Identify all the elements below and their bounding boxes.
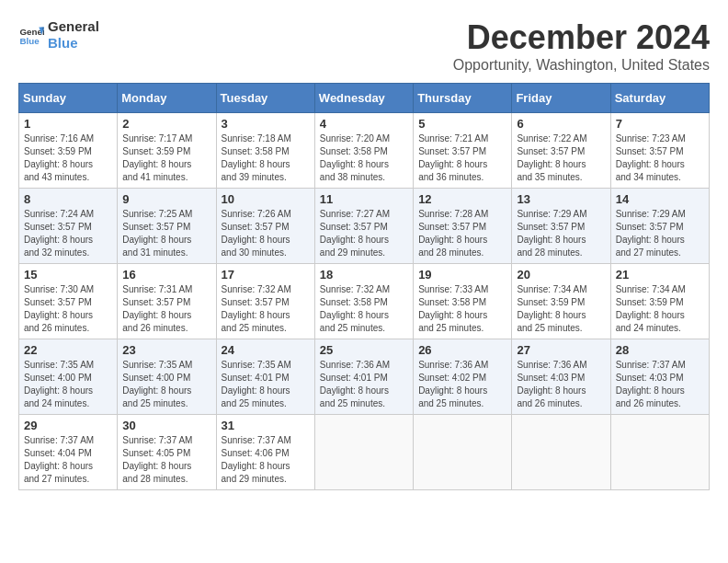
main-title: December 2024 <box>453 18 710 57</box>
day-number: 24 <box>222 343 310 357</box>
calendar-cell: 13Sunrise: 7:29 AM Sunset: 3:57 PM Dayli… <box>512 189 610 264</box>
day-info: Sunrise: 7:22 AM Sunset: 3:57 PM Dayligh… <box>517 132 605 184</box>
calendar-cell: 27Sunrise: 7:36 AM Sunset: 4:03 PM Dayli… <box>512 339 610 415</box>
day-info: Sunrise: 7:36 AM Sunset: 4:01 PM Dayligh… <box>320 359 408 410</box>
week-row-5: 29Sunrise: 7:37 AM Sunset: 4:04 PM Dayli… <box>19 415 710 490</box>
calendar-cell: 1Sunrise: 7:16 AM Sunset: 3:59 PM Daylig… <box>19 113 118 189</box>
calendar-cell: 16Sunrise: 7:31 AM Sunset: 3:57 PM Dayli… <box>118 264 216 339</box>
calendar-cell: 20Sunrise: 7:34 AM Sunset: 3:59 PM Dayli… <box>512 264 610 339</box>
calendar-cell: 12Sunrise: 7:28 AM Sunset: 3:57 PM Dayli… <box>414 189 512 264</box>
day-info: Sunrise: 7:37 AM Sunset: 4:03 PM Dayligh… <box>616 359 704 410</box>
day-info: Sunrise: 7:32 AM Sunset: 3:57 PM Dayligh… <box>222 283 310 335</box>
day-info: Sunrise: 7:37 AM Sunset: 4:04 PM Dayligh… <box>24 434 112 486</box>
calendar-cell: 3Sunrise: 7:18 AM Sunset: 3:58 PM Daylig… <box>216 113 314 189</box>
day-info: Sunrise: 7:37 AM Sunset: 4:05 PM Dayligh… <box>122 434 210 486</box>
svg-text:Blue: Blue <box>19 36 40 46</box>
weekday-header-tuesday: Tuesday <box>216 84 314 113</box>
weekday-header-thursday: Thursday <box>414 84 512 113</box>
day-info: Sunrise: 7:21 AM Sunset: 3:57 PM Dayligh… <box>418 132 506 184</box>
day-info: Sunrise: 7:35 AM Sunset: 4:00 PM Dayligh… <box>24 359 112 410</box>
day-number: 28 <box>616 343 704 357</box>
day-number: 14 <box>616 192 704 206</box>
calendar-cell: 17Sunrise: 7:32 AM Sunset: 3:57 PM Dayli… <box>216 264 314 339</box>
weekday-header-saturday: Saturday <box>610 84 709 113</box>
calendar-cell: 6Sunrise: 7:22 AM Sunset: 3:57 PM Daylig… <box>512 113 610 189</box>
day-number: 1 <box>24 117 112 131</box>
day-number: 6 <box>517 117 605 131</box>
calendar-cell: 30Sunrise: 7:37 AM Sunset: 4:05 PM Dayli… <box>118 415 216 490</box>
day-info: Sunrise: 7:23 AM Sunset: 3:57 PM Dayligh… <box>616 132 704 184</box>
day-info: Sunrise: 7:17 AM Sunset: 3:59 PM Dayligh… <box>122 132 210 184</box>
calendar-body: 1Sunrise: 7:16 AM Sunset: 3:59 PM Daylig… <box>19 113 710 490</box>
calendar-cell: 5Sunrise: 7:21 AM Sunset: 3:57 PM Daylig… <box>414 113 512 189</box>
calendar-cell: 23Sunrise: 7:35 AM Sunset: 4:00 PM Dayli… <box>118 339 216 415</box>
day-number: 25 <box>320 343 408 357</box>
day-number: 16 <box>122 268 210 282</box>
calendar-cell: 10Sunrise: 7:26 AM Sunset: 3:57 PM Dayli… <box>216 189 314 264</box>
calendar-cell: 4Sunrise: 7:20 AM Sunset: 3:58 PM Daylig… <box>314 113 413 189</box>
day-info: Sunrise: 7:20 AM Sunset: 3:58 PM Dayligh… <box>320 132 408 184</box>
day-info: Sunrise: 7:29 AM Sunset: 3:57 PM Dayligh… <box>616 208 704 259</box>
day-info: Sunrise: 7:24 AM Sunset: 3:57 PM Dayligh… <box>24 208 112 259</box>
week-row-2: 8Sunrise: 7:24 AM Sunset: 3:57 PM Daylig… <box>19 189 710 264</box>
day-number: 13 <box>517 192 605 206</box>
day-info: Sunrise: 7:27 AM Sunset: 3:57 PM Dayligh… <box>320 208 408 259</box>
week-row-4: 22Sunrise: 7:35 AM Sunset: 4:00 PM Dayli… <box>19 339 710 415</box>
day-info: Sunrise: 7:25 AM Sunset: 3:57 PM Dayligh… <box>122 208 210 259</box>
day-number: 15 <box>24 268 112 282</box>
calendar-cell <box>314 415 413 490</box>
logo-line1: General <box>48 18 99 35</box>
day-info: Sunrise: 7:28 AM Sunset: 3:57 PM Dayligh… <box>418 208 506 259</box>
calendar-cell: 19Sunrise: 7:33 AM Sunset: 3:58 PM Dayli… <box>414 264 512 339</box>
day-info: Sunrise: 7:35 AM Sunset: 4:00 PM Dayligh… <box>122 359 210 410</box>
calendar-cell <box>610 415 709 490</box>
week-row-1: 1Sunrise: 7:16 AM Sunset: 3:59 PM Daylig… <box>19 113 710 189</box>
day-number: 26 <box>418 343 506 357</box>
day-number: 2 <box>122 117 210 131</box>
day-info: Sunrise: 7:34 AM Sunset: 3:59 PM Dayligh… <box>616 283 704 335</box>
day-number: 4 <box>320 117 408 131</box>
calendar-cell: 2Sunrise: 7:17 AM Sunset: 3:59 PM Daylig… <box>118 113 216 189</box>
day-number: 17 <box>222 268 310 282</box>
day-info: Sunrise: 7:34 AM Sunset: 3:59 PM Dayligh… <box>517 283 605 335</box>
day-number: 9 <box>122 192 210 206</box>
calendar-cell: 7Sunrise: 7:23 AM Sunset: 3:57 PM Daylig… <box>610 113 709 189</box>
day-number: 10 <box>222 192 310 206</box>
day-info: Sunrise: 7:36 AM Sunset: 4:03 PM Dayligh… <box>517 359 605 410</box>
calendar-cell: 11Sunrise: 7:27 AM Sunset: 3:57 PM Dayli… <box>314 189 413 264</box>
weekday-header-monday: Monday <box>118 84 216 113</box>
calendar-cell: 29Sunrise: 7:37 AM Sunset: 4:04 PM Dayli… <box>19 415 118 490</box>
logo-line2: Blue <box>48 35 99 52</box>
calendar-cell: 14Sunrise: 7:29 AM Sunset: 3:57 PM Dayli… <box>610 189 709 264</box>
logo-icon: General Blue <box>18 22 44 48</box>
calendar-cell: 26Sunrise: 7:36 AM Sunset: 4:02 PM Dayli… <box>414 339 512 415</box>
day-number: 12 <box>418 192 506 206</box>
day-info: Sunrise: 7:32 AM Sunset: 3:58 PM Dayligh… <box>320 283 408 335</box>
calendar-cell: 28Sunrise: 7:37 AM Sunset: 4:03 PM Dayli… <box>610 339 709 415</box>
day-info: Sunrise: 7:36 AM Sunset: 4:02 PM Dayligh… <box>418 359 506 410</box>
calendar-cell <box>414 415 512 490</box>
day-info: Sunrise: 7:30 AM Sunset: 3:57 PM Dayligh… <box>24 283 112 335</box>
day-number: 7 <box>616 117 704 131</box>
weekday-header-sunday: Sunday <box>19 84 118 113</box>
day-number: 29 <box>24 419 112 432</box>
calendar-table: SundayMondayTuesdayWednesdayThursdayFrid… <box>18 83 710 490</box>
week-row-3: 15Sunrise: 7:30 AM Sunset: 3:57 PM Dayli… <box>19 264 710 339</box>
day-number: 18 <box>320 268 408 282</box>
calendar-cell <box>512 415 610 490</box>
day-number: 27 <box>517 343 605 357</box>
day-info: Sunrise: 7:26 AM Sunset: 3:57 PM Dayligh… <box>222 208 310 259</box>
day-number: 23 <box>122 343 210 357</box>
page-header: General Blue General Blue December 2024 … <box>18 18 710 74</box>
day-number: 11 <box>320 192 408 206</box>
calendar-cell: 15Sunrise: 7:30 AM Sunset: 3:57 PM Dayli… <box>19 264 118 339</box>
weekday-header-row: SundayMondayTuesdayWednesdayThursdayFrid… <box>19 84 710 113</box>
day-info: Sunrise: 7:29 AM Sunset: 3:57 PM Dayligh… <box>517 208 605 259</box>
calendar-cell: 31Sunrise: 7:37 AM Sunset: 4:06 PM Dayli… <box>216 415 314 490</box>
day-number: 5 <box>418 117 506 131</box>
calendar-cell: 18Sunrise: 7:32 AM Sunset: 3:58 PM Dayli… <box>314 264 413 339</box>
day-info: Sunrise: 7:16 AM Sunset: 3:59 PM Dayligh… <box>24 132 112 184</box>
calendar-cell: 22Sunrise: 7:35 AM Sunset: 4:00 PM Dayli… <box>19 339 118 415</box>
title-section: December 2024 Opportunity, Washington, U… <box>453 18 710 74</box>
day-number: 8 <box>24 192 112 206</box>
